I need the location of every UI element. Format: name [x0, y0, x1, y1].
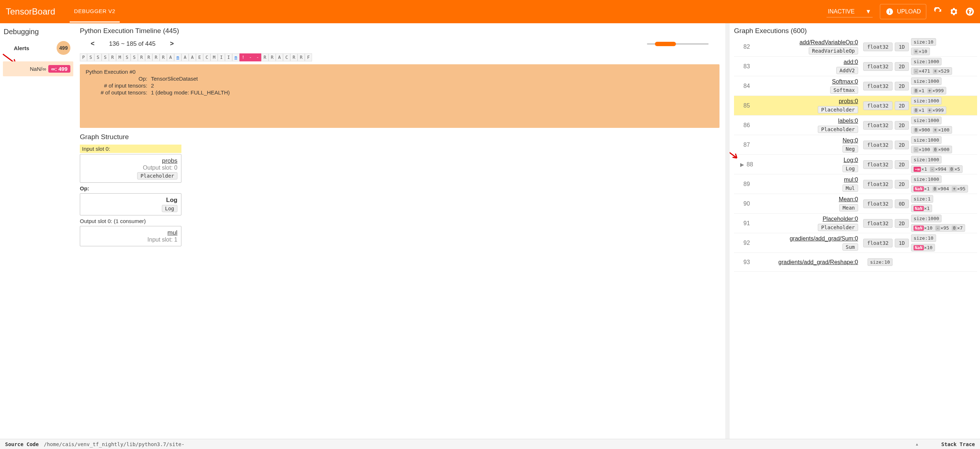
timeline-cell[interactable]: S: [94, 53, 102, 61]
timeline-cell[interactable]: R: [153, 53, 160, 61]
timeline-cell[interactable]: F: [305, 53, 312, 61]
tensor-name-link[interactable]: mul:0: [844, 177, 858, 183]
dtype-pill: float32: [863, 200, 892, 208]
timeline-cell[interactable]: M: [210, 53, 218, 61]
input-slot-box[interactable]: probs Output slot: 0 Placeholder: [80, 154, 181, 183]
timeline-cell[interactable]: R: [109, 53, 116, 61]
timeline-cell[interactable]: A: [276, 53, 283, 61]
graph-exec-row[interactable]: 84Softmax:0Softmaxfloat322Dsize:10000×1 …: [734, 76, 977, 96]
dtype-pill: float32: [863, 43, 892, 51]
alert-item-nan[interactable]: NaN/∞ ∞: 499: [3, 61, 73, 76]
timeline-cell[interactable]: E: [196, 53, 203, 61]
timeline-slider[interactable]: [647, 43, 709, 45]
graph-exec-row[interactable]: 86labels:0Placeholderfloat322Dsize:10000…: [734, 115, 977, 135]
graph-exec-row[interactable]: 83add:0AddV2float322Dsize:1000-×471 +×52…: [734, 57, 977, 76]
graph-exec-row[interactable]: 89mul:0Mulfloat322Dsize:1000NaN×1 0×904 …: [734, 174, 977, 194]
mode-select[interactable]: INACTIVE ▼: [827, 6, 873, 18]
graph-exec-row[interactable]: 91Placeholder:0Placeholderfloat322Dsize:…: [734, 214, 977, 233]
stack-trace-label[interactable]: Stack Trace: [936, 441, 980, 447]
tensor-name-link[interactable]: Log:0: [843, 157, 858, 163]
output-slot-box[interactable]: mul Input slot: 1: [80, 226, 181, 246]
timeline-cell[interactable]: -: [247, 53, 254, 61]
timeline-cell[interactable]: S: [87, 53, 94, 61]
tab-debugger-v2[interactable]: DEBUGGER V2: [70, 1, 120, 22]
sidebar: Debugging Alerts 499 NaN/∞ ∞: 499: [0, 23, 76, 439]
stats-box: NaN×10 -×95 0×7: [911, 224, 965, 232]
timeline-cell[interactable]: A: [189, 53, 196, 61]
dim-pill: 2D: [895, 219, 909, 228]
center-panel: Python Execution Timeline (445) < 136 ~ …: [76, 23, 730, 439]
timeline-prev-button[interactable]: <: [91, 40, 95, 48]
op-box[interactable]: Log Log: [80, 193, 181, 216]
app-logo[interactable]: TensorBoard: [6, 6, 55, 17]
help-icon[interactable]: [966, 7, 974, 16]
info-icon: [885, 7, 894, 16]
tensor-name-link[interactable]: labels:0: [838, 118, 858, 124]
graph-exec-title: Graph Executions (600): [734, 27, 977, 35]
scrollbar-thumb[interactable]: [725, 23, 729, 27]
tensor-name-link[interactable]: Softmax:0: [832, 78, 858, 85]
timeline-cell[interactable]: A: [181, 53, 189, 61]
timeline-cell[interactable]: C: [203, 53, 210, 61]
graph-exec-row[interactable]: 82add/ReadVariableOp:0ReadVariableOpfloa…: [734, 37, 977, 57]
timeline-cell[interactable]: A: [167, 53, 174, 61]
stats-box: NaN×1 0×904 +×95: [911, 185, 968, 193]
timeline-cell[interactable]: -: [254, 53, 261, 61]
refresh-icon[interactable]: [934, 7, 942, 16]
tensor-name-link[interactable]: Mean:0: [839, 196, 858, 202]
mode-select-label: INACTIVE: [828, 8, 855, 15]
timeline-cell[interactable]: C: [283, 53, 290, 61]
graph-exec-row[interactable]: 92gradients/add_grad/Sum:0Sumfloat321Dsi…: [734, 233, 977, 253]
chevron-down-icon: ▼: [865, 8, 871, 15]
timeline-cell[interactable]: S: [130, 53, 138, 61]
timeline-cell[interactable]: I: [225, 53, 232, 61]
timeline-cell[interactable]: m: [174, 53, 181, 61]
caret-up-icon[interactable]: ▲: [916, 442, 918, 446]
graph-exec-row[interactable]: 93gradients/add_grad/Reshape:0size:10: [734, 253, 977, 272]
timeline-cell[interactable]: m: [232, 53, 239, 61]
graph-exec-row[interactable]: 85probs:0Placeholderfloat322Dsize:10000×…: [734, 96, 977, 115]
op-pill: Placeholder: [818, 126, 858, 133]
tensor-name-link[interactable]: gradients/add_grad/Reshape:0: [778, 259, 858, 265]
row-index: 85: [734, 102, 759, 109]
timeline-cell[interactable]: S: [123, 53, 130, 61]
timeline-cell[interactable]: R: [290, 53, 298, 61]
graph-exec-row[interactable]: ▶ 88Log:0Logfloat322Dsize:1000-∞×1 -×994…: [734, 155, 977, 174]
stats-box: -∞×1 -×994 0×5: [911, 165, 963, 173]
timeline-cell[interactable]: M: [116, 53, 123, 61]
timeline-cell[interactable]: R: [160, 53, 167, 61]
stats-box: -×471 +×529: [911, 67, 952, 75]
tensor-name-link[interactable]: add:0: [843, 59, 858, 65]
timeline-cell[interactable]: S: [102, 53, 109, 61]
op-pill: Mul: [843, 185, 858, 192]
op-pill: ReadVariableOp: [809, 47, 858, 54]
op-pill: Softmax: [830, 86, 858, 94]
timeline-cell[interactable]: !: [239, 53, 247, 61]
timeline-cell[interactable]: R: [138, 53, 145, 61]
graph-exec-row[interactable]: 87Neg:0Negfloat322Dsize:1000-×100 0×900: [734, 135, 977, 155]
timeline-cell[interactable]: R: [269, 53, 276, 61]
dim-pill: 2D: [895, 82, 909, 91]
timeline-strip[interactable]: PSSSRMSSRRRRAmAAECMIIm!--RRACRRF: [80, 53, 719, 61]
footer-bar: Source Code /home/cais/venv_tf_nightly/l…: [0, 439, 980, 449]
tensor-name-link[interactable]: Placeholder:0: [822, 216, 858, 222]
graph-exec-row[interactable]: 90Mean:0Meanfloat320Dsize:1NaN×1: [734, 194, 977, 214]
timeline-next-button[interactable]: >: [170, 40, 174, 48]
row-index: 93: [734, 259, 759, 265]
tensor-name-link[interactable]: add/ReadVariableOp:0: [799, 39, 858, 45]
timeline-cell[interactable]: R: [145, 53, 153, 61]
source-code-label[interactable]: Source Code: [0, 441, 44, 447]
timeline-cell[interactable]: P: [80, 53, 87, 61]
upload-button[interactable]: UPLOAD: [880, 4, 926, 19]
tensor-name-link[interactable]: gradients/add_grad/Sum:0: [789, 235, 858, 241]
timeline-cell[interactable]: R: [261, 53, 269, 61]
output-slot-header: Output slot 0: (1 consumer): [80, 218, 719, 224]
timeline-cell[interactable]: I: [218, 53, 225, 61]
dtype-pill: float32: [863, 219, 892, 228]
timeline-cell[interactable]: R: [298, 53, 305, 61]
tensor-name-link[interactable]: probs:0: [839, 98, 858, 104]
size-box: size:10: [911, 234, 936, 242]
dim-pill: 1D: [895, 239, 909, 248]
tensor-name-link[interactable]: Neg:0: [843, 137, 858, 144]
gear-icon[interactable]: [950, 7, 958, 16]
